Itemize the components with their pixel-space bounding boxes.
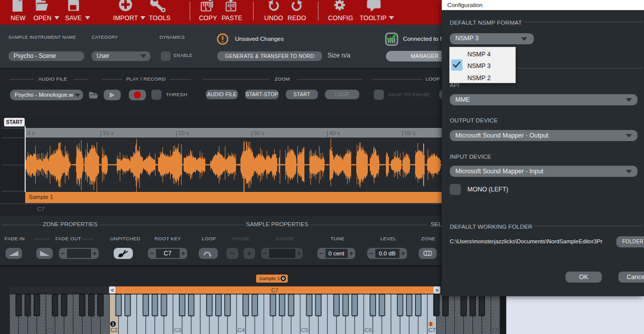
svg-text:C4: C4 <box>237 327 245 333</box>
svg-text:1: 1 <box>112 321 114 326</box>
svg-text:1: 1 <box>430 321 432 326</box>
svg-text:C6: C6 <box>365 327 372 333</box>
svg-text:C8: C8 <box>492 327 499 333</box>
svg-text:>: > <box>435 287 438 293</box>
svg-text:C5: C5 <box>301 327 308 333</box>
svg-text:C1: C1 <box>47 327 54 333</box>
svg-text:C7: C7 <box>428 327 435 333</box>
svg-text:<: < <box>111 287 114 293</box>
svg-text:C2: C2 <box>110 327 117 333</box>
svg-text:C7: C7 <box>271 287 278 293</box>
svg-text:C3: C3 <box>174 327 181 333</box>
